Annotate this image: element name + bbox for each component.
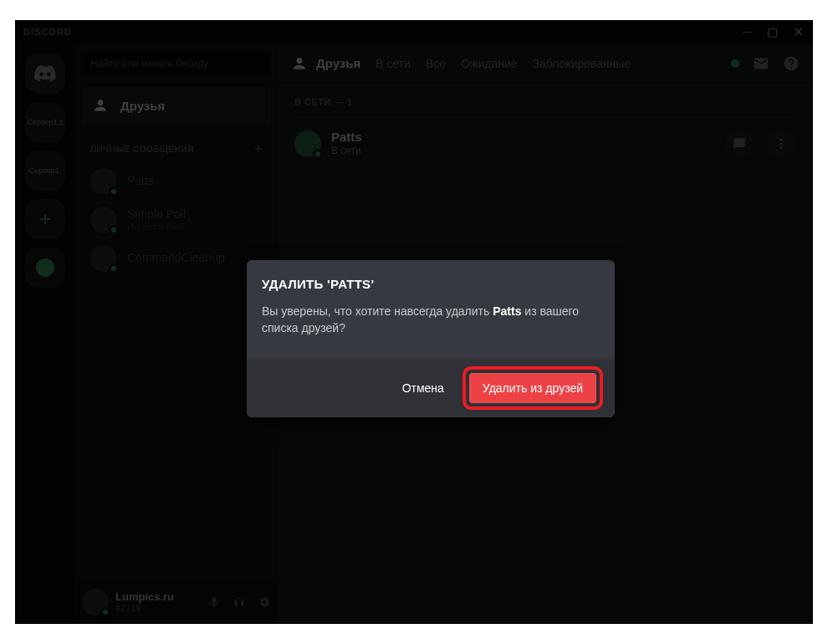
- modal-text-bold: Patts: [493, 304, 521, 318]
- cancel-button[interactable]: Отмена: [389, 373, 457, 403]
- modal-footer: Отмена Удалить из друзей: [247, 359, 615, 417]
- modal-text-before: Вы уверены, что хотите навсегда удалить: [262, 304, 493, 318]
- remove-friend-button[interactable]: Удалить из друзей: [469, 373, 596, 403]
- remove-button-highlight: Удалить из друзей: [463, 366, 603, 410]
- modal-text: Вы уверены, что хотите навсегда удалить …: [262, 303, 600, 337]
- remove-friend-modal: УДАЛИТЬ 'PATTS' Вы уверены, что хотите н…: [247, 260, 615, 417]
- modal-title: УДАЛИТЬ 'PATTS': [262, 277, 600, 291]
